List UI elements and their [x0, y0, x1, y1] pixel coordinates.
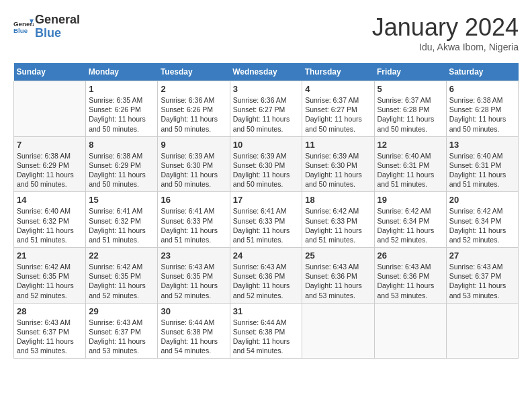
- day-info: Sunrise: 6:43 AMSunset: 6:37 PMDaylight:…: [89, 318, 154, 356]
- sunset-label: Sunset: 6:33 PM: [305, 217, 357, 225]
- month-title: January 2024: [372, 13, 519, 42]
- daylight-label: Daylight: 11 hours and 53 minutes.: [378, 281, 435, 299]
- sunset-label: Sunset: 6:36 PM: [233, 272, 285, 280]
- daylight-label: Daylight: 11 hours and 50 minutes.: [233, 171, 290, 188]
- day-info: Sunrise: 6:43 AMSunset: 6:35 PMDaylight:…: [161, 262, 226, 300]
- day-number: 1: [89, 84, 154, 94]
- day-header-saturday: Saturday: [446, 63, 518, 81]
- page-header: General Blue General Blue January 2024 I…: [13, 13, 519, 52]
- daylight-label: Daylight: 11 hours and 51 minutes.: [233, 226, 290, 244]
- calendar-cell: 10Sunrise: 6:39 AMSunset: 6:30 PMDayligh…: [230, 136, 302, 192]
- calendar-cell: 1Sunrise: 6:35 AMSunset: 6:26 PMDaylight…: [86, 81, 158, 137]
- day-header-sunday: Sunday: [14, 63, 86, 81]
- daylight-label: Daylight: 11 hours and 50 minutes.: [161, 171, 218, 188]
- sunset-label: Sunset: 6:29 PM: [89, 161, 141, 169]
- day-number: 5: [378, 84, 443, 94]
- day-number: 25: [305, 250, 371, 261]
- sunrise-label: Sunrise: 6:43 AM: [17, 318, 71, 326]
- calendar-cell: 24Sunrise: 6:43 AMSunset: 6:36 PMDayligh…: [230, 248, 302, 304]
- calendar-cell: 28Sunrise: 6:43 AMSunset: 6:37 PMDayligh…: [14, 303, 86, 359]
- daylight-label: Daylight: 11 hours and 53 minutes.: [17, 337, 74, 355]
- sunrise-label: Sunrise: 6:37 AM: [378, 96, 431, 104]
- calendar-table: SundayMondayTuesdayWednesdayThursdayFrid…: [13, 63, 519, 359]
- daylight-label: Daylight: 11 hours and 53 minutes.: [449, 281, 506, 299]
- daylight-label: Daylight: 11 hours and 54 minutes.: [161, 337, 218, 355]
- calendar-cell: 7Sunrise: 6:38 AMSunset: 6:29 PMDaylight…: [14, 136, 86, 192]
- sunrise-label: Sunrise: 6:43 AM: [305, 263, 359, 271]
- sunrise-label: Sunrise: 6:41 AM: [89, 207, 142, 215]
- day-number: 4: [305, 84, 371, 94]
- daylight-label: Daylight: 11 hours and 50 minutes.: [305, 171, 362, 188]
- sunset-label: Sunset: 6:31 PM: [378, 161, 430, 169]
- calendar-header-row: SundayMondayTuesdayWednesdayThursdayFrid…: [14, 63, 519, 81]
- day-number: 16: [161, 195, 226, 205]
- calendar-cell: 21Sunrise: 6:42 AMSunset: 6:35 PMDayligh…: [14, 248, 86, 304]
- sunset-label: Sunset: 6:27 PM: [233, 105, 285, 113]
- day-info: Sunrise: 6:44 AMSunset: 6:38 PMDaylight:…: [233, 318, 300, 356]
- sunrise-label: Sunrise: 6:44 AM: [233, 318, 287, 326]
- day-number: 3: [233, 84, 300, 94]
- calendar-cell: 23Sunrise: 6:43 AMSunset: 6:35 PMDayligh…: [158, 248, 230, 304]
- sunset-label: Sunset: 6:34 PM: [449, 217, 502, 225]
- day-number: 19: [378, 195, 443, 205]
- sunrise-label: Sunrise: 6:43 AM: [233, 263, 287, 271]
- day-number: 28: [17, 306, 83, 316]
- sunrise-label: Sunrise: 6:44 AM: [161, 318, 214, 326]
- sunset-label: Sunset: 6:29 PM: [17, 161, 69, 169]
- day-number: 20: [449, 195, 515, 205]
- daylight-label: Daylight: 11 hours and 52 minutes.: [161, 281, 218, 299]
- calendar-cell: 18Sunrise: 6:42 AMSunset: 6:33 PMDayligh…: [302, 192, 374, 248]
- day-header-monday: Monday: [86, 63, 158, 81]
- sunrise-label: Sunrise: 6:36 AM: [233, 96, 287, 104]
- calendar-cell: 16Sunrise: 6:41 AMSunset: 6:33 PMDayligh…: [158, 192, 230, 248]
- daylight-label: Daylight: 11 hours and 51 minutes.: [305, 226, 362, 244]
- logo-blue: Blue: [35, 27, 80, 40]
- daylight-label: Daylight: 11 hours and 52 minutes.: [17, 281, 74, 299]
- day-number: 9: [161, 140, 226, 150]
- calendar-week-row: 7Sunrise: 6:38 AMSunset: 6:29 PMDaylight…: [14, 136, 519, 192]
- sunrise-label: Sunrise: 6:39 AM: [161, 152, 214, 160]
- sunrise-label: Sunrise: 6:43 AM: [89, 318, 142, 326]
- sunset-label: Sunset: 6:33 PM: [161, 217, 213, 225]
- sunset-label: Sunset: 6:33 PM: [233, 217, 285, 225]
- day-number: 12: [378, 140, 443, 150]
- svg-text:Blue: Blue: [13, 27, 28, 34]
- sunrise-label: Sunrise: 6:37 AM: [305, 96, 359, 104]
- daylight-label: Daylight: 11 hours and 54 minutes.: [233, 337, 290, 355]
- day-number: 13: [449, 140, 515, 150]
- sunrise-label: Sunrise: 6:35 AM: [89, 96, 142, 104]
- sunset-label: Sunset: 6:35 PM: [89, 272, 141, 280]
- title-area: January 2024 Idu, Akwa Ibom, Nigeria: [372, 13, 519, 52]
- daylight-label: Daylight: 11 hours and 50 minutes.: [233, 115, 290, 132]
- logo-icon: General Blue: [13, 17, 34, 37]
- day-number: 10: [233, 140, 300, 150]
- daylight-label: Daylight: 11 hours and 51 minutes.: [449, 171, 506, 188]
- daylight-label: Daylight: 11 hours and 53 minutes.: [89, 337, 146, 355]
- day-header-thursday: Thursday: [302, 63, 374, 81]
- day-info: Sunrise: 6:36 AMSunset: 6:26 PMDaylight:…: [161, 95, 226, 134]
- calendar-cell: [14, 81, 86, 137]
- day-info: Sunrise: 6:40 AMSunset: 6:31 PMDaylight:…: [378, 151, 443, 189]
- day-info: Sunrise: 6:42 AMSunset: 6:35 PMDaylight:…: [89, 262, 154, 300]
- daylight-label: Daylight: 11 hours and 51 minutes.: [378, 171, 435, 188]
- day-info: Sunrise: 6:40 AMSunset: 6:32 PMDaylight:…: [17, 206, 83, 244]
- day-number: 24: [233, 250, 300, 261]
- day-info: Sunrise: 6:40 AMSunset: 6:31 PMDaylight:…: [449, 151, 515, 189]
- logo-general: General: [35, 13, 80, 27]
- day-info: Sunrise: 6:43 AMSunset: 6:36 PMDaylight:…: [233, 262, 300, 300]
- day-number: 7: [17, 140, 83, 150]
- day-number: 23: [161, 250, 226, 261]
- calendar-week-row: 1Sunrise: 6:35 AMSunset: 6:26 PMDaylight…: [14, 81, 519, 137]
- day-info: Sunrise: 6:38 AMSunset: 6:28 PMDaylight:…: [449, 95, 515, 134]
- day-info: Sunrise: 6:35 AMSunset: 6:26 PMDaylight:…: [89, 95, 154, 134]
- day-number: 22: [89, 250, 154, 261]
- calendar-cell: 6Sunrise: 6:38 AMSunset: 6:28 PMDaylight…: [446, 81, 518, 137]
- calendar-cell: 27Sunrise: 6:43 AMSunset: 6:37 PMDayligh…: [446, 248, 518, 304]
- daylight-label: Daylight: 11 hours and 52 minutes.: [378, 226, 435, 244]
- day-info: Sunrise: 6:42 AMSunset: 6:34 PMDaylight:…: [378, 206, 443, 244]
- sunset-label: Sunset: 6:37 PM: [449, 272, 502, 280]
- sunrise-label: Sunrise: 6:43 AM: [161, 263, 214, 271]
- sunset-label: Sunset: 6:26 PM: [89, 105, 141, 113]
- sunrise-label: Sunrise: 6:40 AM: [378, 152, 431, 160]
- day-number: 2: [161, 84, 226, 94]
